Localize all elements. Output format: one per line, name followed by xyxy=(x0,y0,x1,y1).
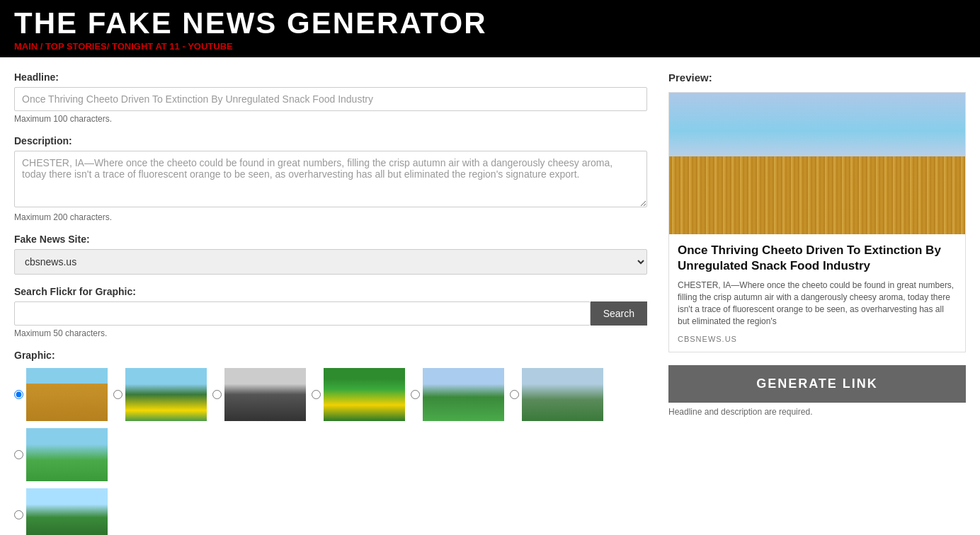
headline-hint: Maximum 100 characters. xyxy=(14,114,647,124)
graphic-radio-8[interactable] xyxy=(14,510,23,519)
graphic-item-8 xyxy=(14,488,108,535)
search-flickr-hint: Maximum 50 characters. xyxy=(14,328,647,338)
graphic-radio-6[interactable] xyxy=(510,390,519,399)
nav-sep1: / xyxy=(38,41,45,52)
generate-note: Headline and description are required. xyxy=(668,407,966,417)
fake-news-site-group: Fake News Site: cbsnews.us xyxy=(14,234,647,275)
graphic-radio-3[interactable] xyxy=(212,390,222,399)
generate-link-button[interactable]: GENERATE LINK xyxy=(668,365,966,403)
headline-group: Headline: Maximum 100 characters. xyxy=(14,71,647,124)
graphic-thumb-2[interactable] xyxy=(125,368,207,421)
fake-news-site-select[interactable]: cbsnews.us xyxy=(14,249,647,275)
preview-label: Preview: xyxy=(668,71,966,84)
graphic-item-6 xyxy=(510,368,603,421)
description-hint: Maximum 200 characters. xyxy=(14,212,647,222)
search-button[interactable]: Search xyxy=(591,301,647,326)
graphic-thumb-5[interactable] xyxy=(423,368,504,421)
site-title: THE FAKE NEWS GENERATOR xyxy=(14,7,966,40)
graphic-item-4 xyxy=(312,368,405,421)
graphic-radio-7[interactable] xyxy=(14,450,23,459)
graphic-item-2 xyxy=(113,368,207,421)
preview-body: Once Thriving Cheeto Driven To Extinctio… xyxy=(669,234,965,351)
preview-source: CBSNEWS.US xyxy=(678,335,957,343)
search-row: field corn Search xyxy=(14,301,647,326)
nav-top-stories[interactable]: TOP STORIES xyxy=(45,41,107,52)
graphic-item-1 xyxy=(14,368,108,421)
preview-image xyxy=(669,93,965,234)
graphic-thumb-6[interactable] xyxy=(522,368,603,421)
headline-input[interactable] xyxy=(14,87,647,111)
graphic-radio-4[interactable] xyxy=(312,390,321,399)
graphic-label: Graphic: xyxy=(14,350,647,361)
graphic-thumb-7[interactable] xyxy=(26,428,108,481)
headline-label: Headline: xyxy=(14,71,647,83)
graphic-radio-5[interactable] xyxy=(411,390,420,399)
description-group: Description: CHESTER, IA—Where once the … xyxy=(14,135,647,222)
graphic-item-5 xyxy=(411,368,504,421)
description-label: Description: xyxy=(14,135,647,146)
description-input[interactable]: CHESTER, IA—Where once the cheeto could … xyxy=(14,151,647,207)
right-panel: Preview: Once Thriving Cheeto Driven To … xyxy=(668,71,966,535)
site-nav: MAIN / TOP STORIES/ TONIGHT AT 11 - YOUT… xyxy=(14,41,966,52)
graphic-thumb-8[interactable] xyxy=(26,488,108,535)
graphic-grid xyxy=(14,368,647,535)
search-flickr-input[interactable]: field corn xyxy=(14,301,591,326)
graphic-radio-1[interactable] xyxy=(14,390,23,399)
search-flickr-label: Search Flickr for Graphic: xyxy=(14,286,647,297)
graphic-section: Graphic: xyxy=(14,350,647,535)
graphic-item-3 xyxy=(212,368,306,421)
graphic-thumb-3[interactable] xyxy=(224,368,306,421)
site-header: THE FAKE NEWS GENERATOR MAIN / TOP STORI… xyxy=(0,0,980,57)
graphic-thumb-1[interactable] xyxy=(26,368,108,421)
nav-main[interactable]: MAIN xyxy=(14,41,38,52)
main-content: Headline: Maximum 100 characters. Descri… xyxy=(0,57,980,535)
preview-headline: Once Thriving Cheeto Driven To Extinctio… xyxy=(678,243,957,274)
nav-tonight[interactable]: TONIGHT AT 11 - YOUTUBE xyxy=(112,41,233,52)
graphic-item-7 xyxy=(14,428,108,481)
graphic-thumb-4[interactable] xyxy=(324,368,405,421)
search-flickr-group: Search Flickr for Graphic: field corn Se… xyxy=(14,286,647,338)
nav-sep2: / xyxy=(107,41,112,52)
left-panel: Headline: Maximum 100 characters. Descri… xyxy=(14,71,647,535)
preview-card: Once Thriving Cheeto Driven To Extinctio… xyxy=(668,92,966,352)
fake-news-site-label: Fake News Site: xyxy=(14,234,647,245)
graphic-radio-2[interactable] xyxy=(113,390,122,399)
preview-description: CHESTER, IA—Where once the cheeto could … xyxy=(678,280,957,327)
